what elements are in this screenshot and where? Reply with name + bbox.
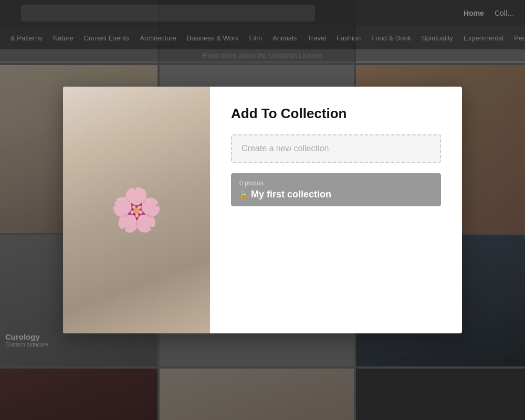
create-collection-input[interactable]: Create a new collection — [231, 134, 441, 163]
collection-name-text: My first collection — [251, 189, 331, 200]
modal-right-panel: Add To Collection Create a new collectio… — [210, 87, 462, 333]
lock-icon: 🔒 — [239, 191, 248, 198]
collection-name-row: 🔒 My first collection — [239, 189, 433, 200]
collection-item[interactable]: 0 photos 🔒 My first collection — [231, 173, 441, 206]
modal-title: Add To Collection — [231, 106, 441, 122]
collection-count: 0 photos — [239, 180, 433, 187]
modal-dialog: 🌸 Add To Collection Create a new collect… — [63, 87, 462, 333]
flower-decoration: 🌸 — [110, 189, 163, 231]
flower-petals: 🌸 — [110, 189, 163, 231]
modal-image-panel: 🌸 — [63, 87, 210, 333]
modal-overlay[interactable]: 🌸 Add To Collection Create a new collect… — [0, 0, 525, 420]
